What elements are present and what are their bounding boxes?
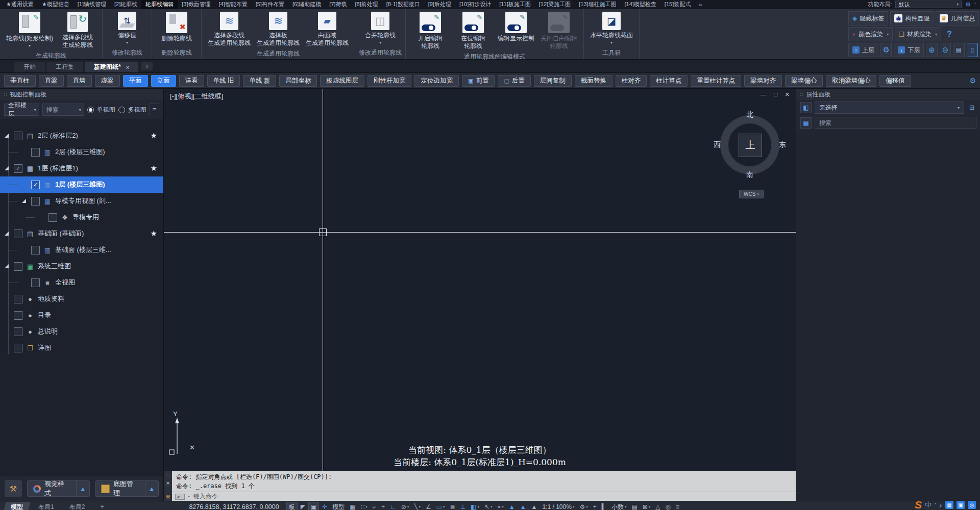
pick-object-icon[interactable]: ⊞ bbox=[967, 103, 976, 112]
compass-top-face[interactable]: 上 bbox=[739, 134, 762, 157]
visibility-checkbox[interactable] bbox=[14, 295, 22, 303]
toolbar-button[interactable]: 定位边加宽 bbox=[414, 75, 459, 87]
upper-floor-button[interactable]: ↑ 上层 bbox=[848, 43, 878, 57]
layout-tab[interactable]: 模型 bbox=[3, 502, 31, 510]
menu-item[interactable]: [10]初步设计 bbox=[455, 0, 495, 9]
material-render-button[interactable]: ❑ 材质渲染 ▾ bbox=[895, 27, 941, 41]
annotation-scale-label[interactable]: 1:1 / 100% ▾ bbox=[541, 502, 577, 510]
compass-east-label[interactable]: 东 bbox=[779, 140, 786, 149]
floor-filter-select[interactable]: 全部楼层 ▾ bbox=[4, 104, 39, 116]
delete-profile-button[interactable]: ✖ 删除轮廓线 bbox=[156, 11, 198, 43]
panel-grip-icon[interactable]: ∷ bbox=[800, 92, 803, 97]
new-tab-button[interactable]: + bbox=[141, 62, 153, 70]
visibility-checkbox[interactable] bbox=[31, 246, 40, 254]
close-icon[interactable]: ✕ bbox=[166, 480, 170, 486]
ime-punctuation[interactable]: ' bbox=[935, 501, 936, 509]
favorite-star-icon[interactable]: ★ bbox=[151, 229, 157, 238]
visibility-checkbox[interactable] bbox=[31, 181, 40, 189]
clipboard-icon[interactable]: ▣ bbox=[957, 501, 965, 509]
isoline-icon[interactable]: ╲ ▾ bbox=[412, 502, 423, 510]
command-input-row[interactable]: >_ ▾ 键入命令 bbox=[172, 492, 796, 501]
toolbar-button[interactable]: 单线 旧 bbox=[207, 75, 240, 87]
menu-item[interactable]: » bbox=[695, 0, 706, 9]
menu-item[interactable]: ★通用设置 bbox=[2, 0, 38, 9]
ortho-mode-icon[interactable]: ∟ bbox=[388, 502, 398, 510]
view-tree-button[interactable]: ▤ bbox=[953, 43, 964, 57]
crosshair-toggle-icon[interactable]: + bbox=[591, 502, 599, 510]
favorite-star-icon[interactable]: ★ bbox=[151, 164, 157, 173]
toolbar-button[interactable]: 详看 bbox=[179, 75, 204, 87]
mic-icon[interactable]: ♪ bbox=[939, 501, 943, 509]
menu-item[interactable]: [3]截面管理 bbox=[178, 0, 214, 9]
panel-grip-icon[interactable]: ∷ bbox=[166, 472, 169, 478]
tree-row[interactable]: ■ 全视图 bbox=[0, 274, 163, 291]
floor-gear-button[interactable]: ⚙ bbox=[880, 43, 892, 57]
open-edit-profile-button[interactable]: ✎ 开启编辑 轮廓线 bbox=[409, 11, 451, 50]
component-visibility-button[interactable]: ◉ 构件显隐 bbox=[890, 11, 934, 26]
polyline-to-general-profile-button[interactable]: ≋ 选择多段线 生成通用轮廓线 bbox=[205, 11, 253, 47]
menu-item[interactable]: [5]构件布置 bbox=[252, 0, 288, 9]
sogou-logo[interactable]: S bbox=[915, 499, 922, 510]
visibility-checkbox[interactable] bbox=[48, 213, 57, 222]
menu-item[interactable]: [4]智能布置 bbox=[214, 0, 251, 9]
expand-up-icon[interactable]: ▲ bbox=[145, 481, 158, 496]
selection-type-select[interactable]: 无选择 ▾ bbox=[815, 101, 964, 114]
toolbar-button[interactable]: 直墙 bbox=[67, 75, 92, 87]
document-tab[interactable]: 开始 bbox=[14, 62, 45, 72]
profile-rect-draw-button[interactable]: ✎ 轮廓线(矩形绘制) ▾ bbox=[4, 11, 56, 48]
tree-row[interactable]: ▤ 2层 (标准层2) ★ bbox=[0, 128, 163, 144]
visibility-checkbox[interactable] bbox=[14, 230, 22, 238]
selection-cycling-icon[interactable]: ◧ ▾ bbox=[469, 502, 481, 510]
close-icon[interactable]: ✕ bbox=[785, 91, 790, 98]
base-map-button[interactable]: 底图管理 ▲ bbox=[95, 480, 159, 497]
toolbar-button[interactable]: 直梁 bbox=[39, 75, 64, 87]
wcs-badge[interactable]: WCS ▾ bbox=[739, 190, 764, 198]
minimize-icon[interactable]: — bbox=[761, 91, 766, 98]
wrench-icon[interactable]: ⚒ bbox=[166, 494, 170, 500]
compass-north-label[interactable]: 北 bbox=[746, 110, 753, 119]
toolbar-button[interactable]: 梁墙对齐 bbox=[744, 75, 782, 87]
horizontal-profile-section-button[interactable]: ◪ 水平轮廓线截面 ▾ bbox=[587, 11, 635, 45]
menu-item[interactable]: [1]轴线管理 bbox=[74, 0, 110, 9]
menu-item[interactable]: [8]前处理 bbox=[351, 0, 382, 9]
document-tab[interactable]: 工程集 bbox=[46, 62, 83, 72]
visibility-checkbox[interactable] bbox=[14, 344, 22, 352]
document-tab[interactable]: 新建图纸* × bbox=[85, 62, 138, 72]
tree-row[interactable]: ▣ 系统三维图 bbox=[0, 258, 163, 274]
polyline-to-profile-button[interactable]: ↻ 选择多段线 生成轮廓线 bbox=[57, 11, 99, 49]
menu-item[interactable]: [15]装配式 bbox=[660, 0, 695, 9]
menu-item[interactable]: [14]模型检查 bbox=[620, 0, 660, 9]
menu-item[interactable]: [11]板施工图 bbox=[495, 0, 535, 9]
visibility-checkbox[interactable] bbox=[31, 197, 40, 206]
annotation-marker3-icon[interactable]: ▲ bbox=[529, 502, 540, 510]
property-search-input[interactable]: 搜索 bbox=[815, 117, 976, 129]
geometry-info-button[interactable]: ♛ 几何信息 bbox=[936, 11, 979, 26]
toolbar-button[interactable]: 虚梁 bbox=[95, 75, 120, 87]
visibility-checkbox[interactable] bbox=[31, 278, 40, 287]
visibility-checkbox[interactable] bbox=[14, 311, 22, 320]
snap-mode-icon[interactable]: ∷ ▾ bbox=[359, 502, 370, 510]
menu-item[interactable]: [9]后处理 bbox=[424, 0, 455, 9]
toolbar-button[interactable]: 层间复制 bbox=[534, 75, 572, 87]
model-space-label[interactable]: 模型 bbox=[330, 502, 347, 510]
menu-item[interactable]: [2]轮廓线 bbox=[110, 0, 141, 9]
region-to-general-profile-button[interactable]: ▰ 由面域 生成通用轮廓线 bbox=[303, 11, 351, 47]
menu-item[interactable]: [12]梁施工图 bbox=[535, 0, 575, 9]
toolbar-button[interactable]: 柱对齐 bbox=[616, 75, 647, 87]
restore-icon[interactable]: □ bbox=[774, 91, 777, 98]
offset-value-button[interactable]: ⇅ 偏移值 ▾ bbox=[106, 11, 148, 45]
menu-item[interactable]: ★模型信息 bbox=[38, 0, 74, 9]
chevron-down-icon[interactable]: ▾ bbox=[188, 494, 190, 499]
hamburger-menu-icon[interactable]: ≡ bbox=[150, 104, 159, 116]
close-free-edit-button[interactable]: ✎ 关闭自由编辑 轮廓线 bbox=[538, 11, 580, 50]
expander-icon[interactable] bbox=[4, 231, 10, 237]
zoom-out-button[interactable]: ⊖ bbox=[940, 43, 951, 57]
toolbar-button[interactable]: ▢ 后置 bbox=[498, 75, 530, 87]
quick-properties-icon[interactable]: ▤ bbox=[629, 502, 639, 510]
panel-grip-icon[interactable]: ∷ bbox=[4, 92, 7, 97]
status-menu-icon[interactable]: ≡ bbox=[674, 502, 681, 510]
tree-row[interactable]: ▦ 导模专用视图 (剖... bbox=[0, 193, 163, 209]
expander-icon[interactable] bbox=[4, 133, 10, 139]
layout-scheme-select[interactable]: 默认 ▾ bbox=[895, 1, 962, 8]
lineweight-icon[interactable]: ≣ bbox=[448, 502, 457, 510]
